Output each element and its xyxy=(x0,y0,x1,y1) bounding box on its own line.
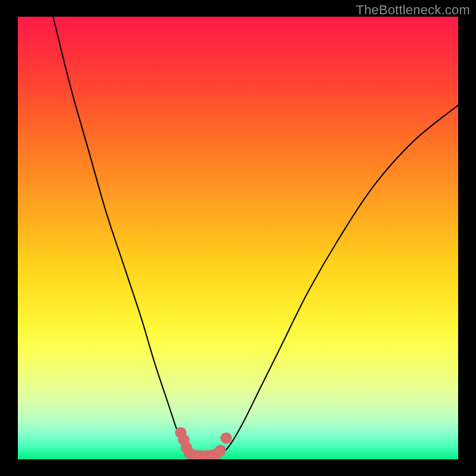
curve-right-branch xyxy=(220,105,458,455)
chart-svg xyxy=(18,17,458,459)
curve-left-branch xyxy=(53,17,187,455)
trough-marker xyxy=(220,433,231,444)
chart-frame: TheBottleneck.com xyxy=(0,0,476,476)
trough-marker xyxy=(215,445,226,456)
watermark-text: TheBottleneck.com xyxy=(356,2,470,18)
trough-marker-cluster xyxy=(175,427,231,459)
plot-area xyxy=(18,17,458,459)
